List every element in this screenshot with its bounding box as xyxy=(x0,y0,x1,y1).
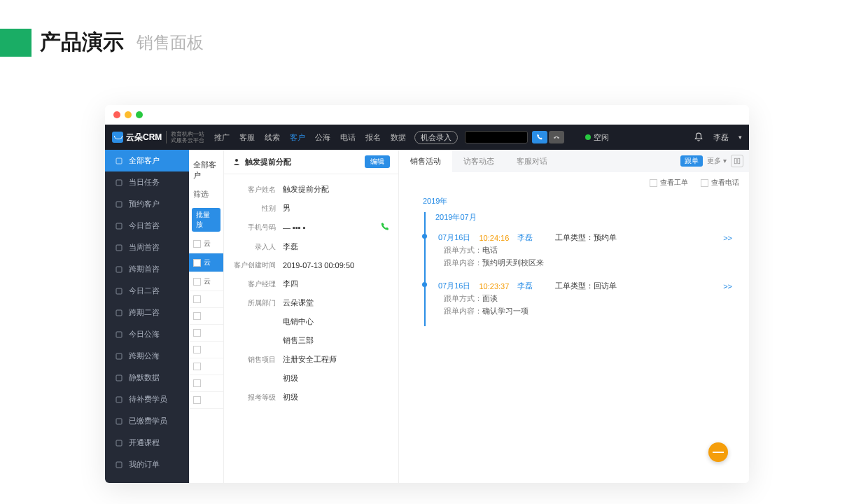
layout-icon[interactable] xyxy=(731,155,743,167)
activity-tab-0[interactable]: 销售活动 xyxy=(399,150,452,172)
row-text: 云 xyxy=(204,239,211,248)
sidebar-item-7[interactable]: 跨期二咨 xyxy=(105,302,189,323)
entry-line: 跟单方式：电话 xyxy=(438,243,732,255)
call-button[interactable] xyxy=(532,131,547,144)
list-row[interactable] xyxy=(189,308,223,325)
sidebar-item-14[interactable]: 我的订单 xyxy=(105,454,189,475)
entry-line: 跟单方式：面谈 xyxy=(438,291,732,304)
sidebar-label: 当周首咨 xyxy=(129,242,160,253)
entry-user[interactable]: 李磊 xyxy=(517,281,533,291)
logo-subtext: 教育机构一站式服务云平台 xyxy=(166,131,204,144)
nav-item-2[interactable]: 线索 xyxy=(265,132,280,143)
fab-button[interactable]: — xyxy=(708,442,728,462)
field-label: 报考等级 xyxy=(232,393,283,402)
list-row[interactable] xyxy=(189,392,223,409)
opportunity-button[interactable]: 机会录入 xyxy=(414,131,458,144)
entry-more-link[interactable]: >> xyxy=(723,234,732,242)
detail-field-10: 初级 xyxy=(227,369,396,388)
sidebar-item-13[interactable]: 开通课程 xyxy=(105,432,189,454)
sidebar-item-8[interactable]: 今日公海 xyxy=(105,323,189,345)
phone-buttons xyxy=(532,131,564,144)
hangup-button[interactable] xyxy=(549,131,564,144)
maximize-dot[interactable] xyxy=(136,111,143,118)
list-row[interactable]: 云 xyxy=(189,272,223,291)
window-titlebar xyxy=(105,105,749,125)
sidebar-icon xyxy=(115,178,123,187)
bell-icon[interactable] xyxy=(694,132,704,142)
svg-rect-4 xyxy=(116,245,122,251)
checkbox-icon xyxy=(193,278,201,286)
entry-more-link[interactable]: >> xyxy=(723,282,732,290)
sidebar-icon xyxy=(115,244,123,252)
nav-item-5[interactable]: 电话 xyxy=(340,132,356,143)
list-row[interactable]: 云 xyxy=(189,234,223,253)
field-value: 2019-07-13 00:09:50 xyxy=(283,261,390,270)
batch-button[interactable]: 批量放 xyxy=(192,208,220,232)
entry-line: 跟单内容：预约明天到校区来 xyxy=(438,255,732,268)
minimize-dot[interactable] xyxy=(125,111,132,118)
svg-rect-2 xyxy=(116,202,122,207)
sidebar-item-6[interactable]: 今日二咨 xyxy=(105,280,189,302)
sidebar-item-3[interactable]: 今日首咨 xyxy=(105,215,189,237)
cloud-icon xyxy=(112,132,123,143)
phone-icon[interactable] xyxy=(368,222,390,233)
followup-tag[interactable]: 跟单 xyxy=(680,155,703,167)
user-chevron-icon[interactable]: ▾ xyxy=(738,134,742,141)
accent-block xyxy=(0,29,31,57)
checkbox-icon xyxy=(193,396,201,404)
sidebar-item-9[interactable]: 跨期公海 xyxy=(105,345,189,367)
nav-item-1[interactable]: 客服 xyxy=(239,132,255,143)
checkbox-icon xyxy=(701,179,708,187)
field-value: 注册安全工程师 xyxy=(283,354,390,365)
svg-rect-17 xyxy=(738,158,740,164)
sidebar-item-5[interactable]: 跨期首咨 xyxy=(105,258,189,280)
nav-item-4[interactable]: 公海 xyxy=(315,132,330,143)
sidebar-icon xyxy=(115,417,123,426)
search-input[interactable] xyxy=(465,131,528,144)
sidebar-item-1[interactable]: 当日任务 xyxy=(105,172,189,193)
entry-date: 07月16日 xyxy=(438,281,470,291)
activity-panel: 销售活动访客动态客服对话 跟单 更多 ▾ 查看工单 查看电话 xyxy=(399,150,749,483)
field-value: — ▪▪▪ ▪ xyxy=(283,223,368,232)
list-row[interactable] xyxy=(189,342,223,358)
entry-user[interactable]: 李磊 xyxy=(517,232,533,243)
list-row[interactable]: 云 xyxy=(189,253,223,272)
activity-tab-2[interactable]: 客服对话 xyxy=(505,150,559,172)
svg-rect-11 xyxy=(116,397,122,402)
check-calls[interactable]: 查看电话 xyxy=(701,178,739,188)
sidebar-label: 全部客户 xyxy=(129,155,160,166)
nav-item-3[interactable]: 客户 xyxy=(290,132,305,143)
topnav-right: 李磊 ▾ xyxy=(694,132,742,143)
nav-item-0[interactable]: 推广 xyxy=(214,132,230,143)
logo-text: 云朵CRM xyxy=(126,132,162,144)
sidebar-item-2[interactable]: 预约客户 xyxy=(105,193,189,215)
list-row[interactable] xyxy=(189,325,223,342)
sidebar-item-12[interactable]: 已缴费学员 xyxy=(105,410,189,432)
entry-header: 07月16日10:24:16李磊工单类型：预约单>> xyxy=(438,232,732,243)
row-text: 云 xyxy=(204,258,211,267)
more-link[interactable]: 更多 ▾ xyxy=(707,156,727,166)
check-tickets[interactable]: 查看工单 xyxy=(650,178,688,188)
status-text[interactable]: 空闲 xyxy=(594,132,609,143)
sidebar-label: 今日首咨 xyxy=(129,220,160,231)
sidebar-item-11[interactable]: 待补费学员 xyxy=(105,388,189,410)
sidebar-icon xyxy=(115,396,123,404)
sidebar-icon xyxy=(115,352,123,360)
detail-header: 触发提前分配 编辑 xyxy=(224,150,398,174)
activity-tab-1[interactable]: 访客动态 xyxy=(452,150,505,172)
user-name[interactable]: 李磊 xyxy=(713,132,729,143)
logo[interactable]: 云朵CRM 教育机构一站式服务云平台 xyxy=(112,131,204,144)
edit-button[interactable]: 编辑 xyxy=(365,155,390,168)
nav-item-7[interactable]: 数据 xyxy=(391,132,406,143)
nav-item-6[interactable]: 报名 xyxy=(365,132,381,143)
list-row[interactable] xyxy=(189,358,223,375)
sidebar-item-4[interactable]: 当周首咨 xyxy=(105,237,189,258)
sidebar-item-0[interactable]: 全部客户 xyxy=(105,150,189,172)
filter-label[interactable]: 筛选 xyxy=(189,183,223,205)
close-dot[interactable] xyxy=(113,111,120,118)
sidebar-item-10[interactable]: 静默数据 xyxy=(105,367,189,388)
list-row[interactable] xyxy=(189,291,223,308)
list-row[interactable] xyxy=(189,375,223,392)
field-value: 初级 xyxy=(283,373,390,384)
sidebar-label: 今日二咨 xyxy=(129,286,160,296)
